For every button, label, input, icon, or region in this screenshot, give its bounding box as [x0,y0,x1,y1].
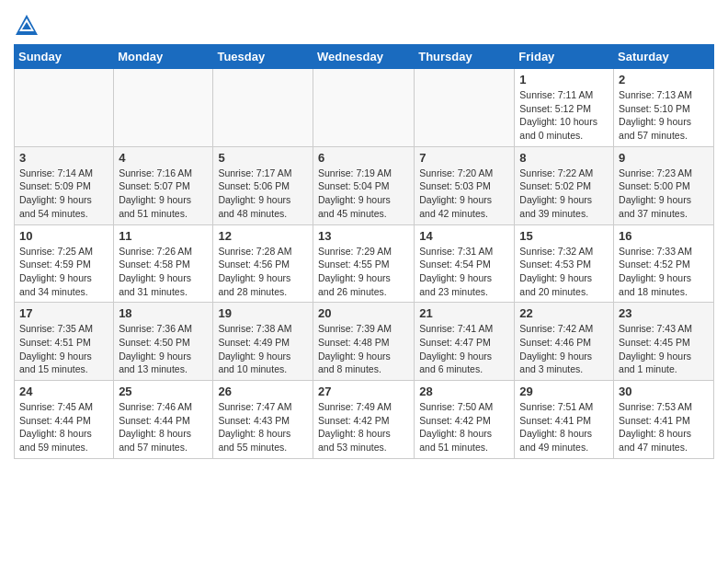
calendar-cell: 13Sunrise: 7:29 AM Sunset: 4:55 PM Dayli… [313,224,414,303]
calendar-cell: 2Sunrise: 7:13 AM Sunset: 5:10 PM Daylig… [614,69,714,147]
logo [14,13,41,39]
calendar-day-header: Wednesday [313,45,414,69]
day-number: 20 [318,306,409,320]
calendar-table: SundayMondayTuesdayWednesdayThursdayFrid… [14,44,714,459]
day-number: 19 [218,306,308,320]
day-info: Sunrise: 7:11 AM Sunset: 5:12 PM Dayligh… [519,88,609,143]
day-number: 26 [218,385,308,398]
day-number: 5 [218,151,308,165]
calendar-cell: 7Sunrise: 7:20 AM Sunset: 5:03 PM Daylig… [415,146,515,224]
day-number: 9 [619,151,709,165]
calendar-cell: 11Sunrise: 7:26 AM Sunset: 4:58 PM Dayli… [114,224,213,303]
day-number: 2 [619,73,709,86]
day-info: Sunrise: 7:22 AM Sunset: 5:02 PM Dayligh… [519,167,609,221]
calendar-day-header: Tuesday [213,45,313,69]
calendar-cell: 4Sunrise: 7:16 AM Sunset: 5:07 PM Daylig… [114,146,213,224]
calendar-cell [213,69,313,147]
calendar-cell: 19Sunrise: 7:38 AM Sunset: 4:49 PM Dayli… [213,303,313,381]
day-info: Sunrise: 7:43 AM Sunset: 4:45 PM Dayligh… [619,322,709,376]
day-info: Sunrise: 7:13 AM Sunset: 5:10 PM Dayligh… [619,88,709,143]
calendar-cell: 21Sunrise: 7:41 AM Sunset: 4:47 PM Dayli… [415,303,515,381]
calendar-cell: 20Sunrise: 7:39 AM Sunset: 4:48 PM Dayli… [313,303,414,381]
day-info: Sunrise: 7:17 AM Sunset: 5:06 PM Dayligh… [218,167,308,221]
calendar-day-header: Friday [515,45,614,69]
calendar-cell: 27Sunrise: 7:49 AM Sunset: 4:42 PM Dayli… [313,381,414,459]
day-info: Sunrise: 7:16 AM Sunset: 5:07 PM Dayligh… [119,167,208,221]
day-info: Sunrise: 7:53 AM Sunset: 4:41 PM Dayligh… [619,400,709,454]
day-number: 7 [419,151,509,165]
day-info: Sunrise: 7:31 AM Sunset: 4:54 PM Dayligh… [419,245,509,299]
calendar-cell: 5Sunrise: 7:17 AM Sunset: 5:06 PM Daylig… [213,146,313,224]
day-info: Sunrise: 7:49 AM Sunset: 4:42 PM Dayligh… [318,400,409,454]
day-info: Sunrise: 7:45 AM Sunset: 4:44 PM Dayligh… [19,400,108,454]
calendar-cell [114,69,213,147]
day-info: Sunrise: 7:14 AM Sunset: 5:09 PM Dayligh… [19,167,108,221]
day-info: Sunrise: 7:38 AM Sunset: 4:49 PM Dayligh… [218,322,308,376]
day-number: 10 [19,229,108,243]
header [14,9,714,39]
logo-icon [14,13,40,39]
calendar-cell: 22Sunrise: 7:42 AM Sunset: 4:46 PM Dayli… [515,303,614,381]
day-number: 3 [19,151,108,165]
calendar-week-row: 1Sunrise: 7:11 AM Sunset: 5:12 PM Daylig… [15,69,714,147]
day-info: Sunrise: 7:33 AM Sunset: 4:52 PM Dayligh… [619,245,709,299]
day-info: Sunrise: 7:32 AM Sunset: 4:53 PM Dayligh… [519,245,609,299]
calendar-cell: 14Sunrise: 7:31 AM Sunset: 4:54 PM Dayli… [415,224,515,303]
calendar-cell: 30Sunrise: 7:53 AM Sunset: 4:41 PM Dayli… [614,381,714,459]
day-number: 8 [519,151,609,165]
calendar-week-row: 24Sunrise: 7:45 AM Sunset: 4:44 PM Dayli… [15,381,714,459]
day-info: Sunrise: 7:41 AM Sunset: 4:47 PM Dayligh… [419,322,509,376]
calendar-cell: 1Sunrise: 7:11 AM Sunset: 5:12 PM Daylig… [515,69,614,147]
day-number: 11 [119,229,208,243]
calendar-cell [415,69,515,147]
calendar-cell: 29Sunrise: 7:51 AM Sunset: 4:41 PM Dayli… [515,381,614,459]
calendar-cell [313,69,414,147]
day-info: Sunrise: 7:42 AM Sunset: 4:46 PM Dayligh… [519,322,609,376]
day-info: Sunrise: 7:23 AM Sunset: 5:00 PM Dayligh… [619,167,709,221]
calendar-cell: 28Sunrise: 7:50 AM Sunset: 4:42 PM Dayli… [415,381,515,459]
day-info: Sunrise: 7:35 AM Sunset: 4:51 PM Dayligh… [19,322,108,376]
day-info: Sunrise: 7:51 AM Sunset: 4:41 PM Dayligh… [519,400,609,454]
calendar-cell: 6Sunrise: 7:19 AM Sunset: 5:04 PM Daylig… [313,146,414,224]
day-number: 28 [419,385,509,398]
day-number: 15 [519,229,609,243]
day-number: 17 [19,306,108,320]
day-number: 1 [519,73,609,86]
calendar-cell: 10Sunrise: 7:25 AM Sunset: 4:59 PM Dayli… [15,224,114,303]
calendar-week-row: 17Sunrise: 7:35 AM Sunset: 4:51 PM Dayli… [15,303,714,381]
calendar-cell: 3Sunrise: 7:14 AM Sunset: 5:09 PM Daylig… [15,146,114,224]
calendar-cell: 25Sunrise: 7:46 AM Sunset: 4:44 PM Dayli… [114,381,213,459]
day-info: Sunrise: 7:19 AM Sunset: 5:04 PM Dayligh… [318,167,409,221]
day-info: Sunrise: 7:28 AM Sunset: 4:56 PM Dayligh… [218,245,308,299]
day-number: 29 [519,385,609,398]
main-container: SundayMondayTuesdayWednesdayThursdayFrid… [0,0,728,468]
day-info: Sunrise: 7:36 AM Sunset: 4:50 PM Dayligh… [119,322,208,376]
day-number: 30 [619,385,709,398]
day-number: 22 [519,306,609,320]
calendar-day-header: Sunday [15,45,114,69]
day-number: 23 [619,306,709,320]
day-number: 16 [619,229,709,243]
day-number: 14 [419,229,509,243]
day-info: Sunrise: 7:50 AM Sunset: 4:42 PM Dayligh… [419,400,509,454]
calendar-cell: 17Sunrise: 7:35 AM Sunset: 4:51 PM Dayli… [15,303,114,381]
day-info: Sunrise: 7:39 AM Sunset: 4:48 PM Dayligh… [318,322,409,376]
calendar-cell: 18Sunrise: 7:36 AM Sunset: 4:50 PM Dayli… [114,303,213,381]
calendar-cell: 8Sunrise: 7:22 AM Sunset: 5:02 PM Daylig… [515,146,614,224]
day-number: 21 [419,306,509,320]
calendar-cell: 12Sunrise: 7:28 AM Sunset: 4:56 PM Dayli… [213,224,313,303]
day-info: Sunrise: 7:26 AM Sunset: 4:58 PM Dayligh… [119,245,208,299]
calendar-cell: 15Sunrise: 7:32 AM Sunset: 4:53 PM Dayli… [515,224,614,303]
day-info: Sunrise: 7:29 AM Sunset: 4:55 PM Dayligh… [318,245,409,299]
calendar-cell: 16Sunrise: 7:33 AM Sunset: 4:52 PM Dayli… [614,224,714,303]
day-number: 6 [318,151,409,165]
day-info: Sunrise: 7:47 AM Sunset: 4:43 PM Dayligh… [218,400,308,454]
day-number: 12 [218,229,308,243]
calendar-cell: 23Sunrise: 7:43 AM Sunset: 4:45 PM Dayli… [614,303,714,381]
calendar-day-header: Monday [114,45,213,69]
calendar-week-row: 3Sunrise: 7:14 AM Sunset: 5:09 PM Daylig… [15,146,714,224]
day-number: 13 [318,229,409,243]
calendar-header-row: SundayMondayTuesdayWednesdayThursdayFrid… [15,45,714,69]
calendar-week-row: 10Sunrise: 7:25 AM Sunset: 4:59 PM Dayli… [15,224,714,303]
calendar-cell [15,69,114,147]
